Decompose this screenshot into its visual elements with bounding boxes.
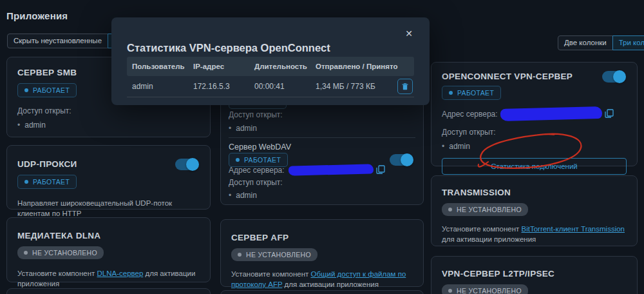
toggle-knob [613,70,626,83]
card-l2tp: VPN-СЕРВЕР L2TP/IPSEC НЕ УСТАНОВЛЕНО [431,256,638,294]
transmission-status-badge: НЕ УСТАНОВЛЕНО [442,203,528,216]
card-udp-proxy: UDP-ПРОКСИ РАБОТАЕТ Направляет широковещ… [6,145,211,210]
status-dot-icon [24,251,28,255]
disconnect-trash-button[interactable] [397,79,413,94]
page-title: Приложения [6,10,68,21]
transmission-component-link[interactable]: BitTorrent-клиент Transmission [521,225,625,233]
hide-uninstalled-button[interactable]: Скрыть неустановленные [7,34,108,48]
webdav-title: Сервер WebDAV [229,142,291,152]
status-dot-icon [24,180,28,184]
udp-status-label: РАБОТАЕТ [33,178,70,186]
copy-icon[interactable] [376,165,385,175]
redacted-address-scribble [500,106,601,121]
transmission-text-after: для активации приложения [442,235,536,243]
copy-icon[interactable] [605,109,614,119]
status-dot-icon [24,88,28,92]
card-openconnect: OPENCONNECT VPN-СЕРВЕР РАБОТАЕТ Адрес се… [431,62,638,166]
webdav-toggle[interactable] [390,154,413,166]
table-header-row: Пользователь IP-адрес Длительность Отпра… [127,57,414,76]
transmission-status-label: НЕ УСТАНОВЛЕНО [457,206,522,213]
card-mid-partial [220,290,424,294]
transmission-title: TRANSMISSION [442,188,627,197]
openconnect-address-row: Адрес сервера: [442,108,627,120]
trash-icon [401,83,409,91]
webdav-user-item: admin [229,191,257,200]
cell-duration: 00:00:41 [254,82,316,91]
udp-toggle[interactable] [175,159,198,170]
toggle-knob [186,158,199,171]
status-dot-icon [449,91,453,95]
col-ip: IP-адрес [193,63,254,70]
cell-ip: 172.16.5.3 [193,82,254,91]
layout-toggle-group: Две колонки Три колонки [558,35,644,50]
openconnect-access-label: Доступ открыт: [442,128,627,137]
l2tp-status-label: НЕ УСТАНОВЛЕНО [457,287,522,294]
two-columns-button[interactable]: Две колонки [558,35,613,50]
vpn-connections-table: Пользователь IP-адрес Длительность Отпра… [127,57,414,97]
table-row: admin 172.16.5.3 00:00:41 1,34 МБ / 773 … [127,76,414,97]
three-columns-button[interactable]: Три колонки [612,35,644,50]
dlna-title: МЕДИАТЕКА DLNA [17,231,200,240]
close-icon[interactable]: ✕ [405,29,413,38]
connection-stats-button[interactable]: Статистика подключений [442,158,627,175]
section-divider [229,137,415,138]
l2tp-title: VPN-СЕРВЕР L2TP/IPSEC [442,269,627,279]
webdav-address-row: Адрес сервера: [229,165,385,175]
col-user: Пользователь [132,63,193,70]
dlna-component-link[interactable]: DLNA-сервер [97,270,143,277]
dlna-install-text: Установите компонент DLNA-сервер для акт… [17,268,200,289]
openconnect-title: OPENCONNECT VPN-СЕРВЕР [442,72,627,81]
transmission-install-text: Установите компонент BitTorrent-клиент T… [442,224,627,244]
transmission-text-before: Установите компонент [442,225,521,233]
afp-text-after: для активации приложения [282,280,379,288]
afp-text-before: Установите компонент [231,270,310,278]
dlna-status-label: НЕ УСТАНОВЛЕНО [32,249,97,257]
status-dot-icon [448,208,452,211]
dlna-text-before: Установите компонент [17,270,97,277]
afp-status-badge: НЕ УСТАНОВЛЕНО [231,248,317,261]
status-dot-icon [448,289,452,293]
card-left-partial [6,288,211,294]
webdav-status-label: РАБОТАЕТ [244,156,281,164]
openconnect-status-badge: РАБОТАЕТ [442,86,501,100]
card-afp-server: СЕРВЕР AFP НЕ УСТАНОВЛЕНО Установите ком… [220,219,424,287]
udp-title: UDP-ПРОКСИ [17,159,200,169]
smb-status-badge: РАБОТАЕТ [17,83,77,97]
afp-install-text: Установите компонент Общий доступ к файл… [231,269,413,289]
openconnect-toggle[interactable] [602,71,625,83]
openconnect-user-item: admin [442,142,627,151]
modal-title: Статистика VPN-сервера OpenConnect [127,42,330,54]
toggle-knob [401,153,413,166]
smb-user-item: admin [17,121,200,130]
smb-status-label: РАБОТАЕТ [33,86,70,94]
col-duration: Длительность [254,63,316,70]
udp-status-badge: РАБОТАЕТ [17,175,77,189]
col-traffic: Отправлено / Принято [316,63,414,70]
cell-user: admin [132,82,193,91]
dlna-status-badge: НЕ УСТАНОВЛЕНО [17,246,104,259]
ftp-access-label: Доступ открыт: [229,110,283,119]
afp-status-label: НЕ УСТАНОВЛЕНО [246,251,311,259]
card-dlna: МЕДИАТЕКА DLNA НЕ УСТАНОВЛЕНО Установите… [6,217,211,282]
afp-title: СЕРВЕР AFP [231,233,413,242]
card-transmission: TRANSMISSION НЕ УСТАНОВЛЕНО Установите к… [431,175,638,246]
udp-description: Направляет широковещательный UDP-поток к… [17,198,200,219]
status-dot-icon [236,158,240,162]
openconnect-address-label: Адрес сервера: [442,110,498,119]
status-dot-icon [238,253,242,257]
webdav-access-label: Доступ открыт: [229,178,283,187]
smb-access-label: Доступ открыт: [17,106,200,115]
webdav-address-label: Адрес сервера: [229,166,285,175]
l2tp-status-badge: НЕ УСТАНОВЛЕНО [442,284,528,294]
redacted-address-scribble [288,164,373,175]
openconnect-status-label: РАБОТАЕТ [457,89,494,97]
ftp-user-item: admin [229,124,257,133]
vpn-stats-modal: Статистика VPN-сервера OpenConnect ✕ Пол… [111,17,430,105]
